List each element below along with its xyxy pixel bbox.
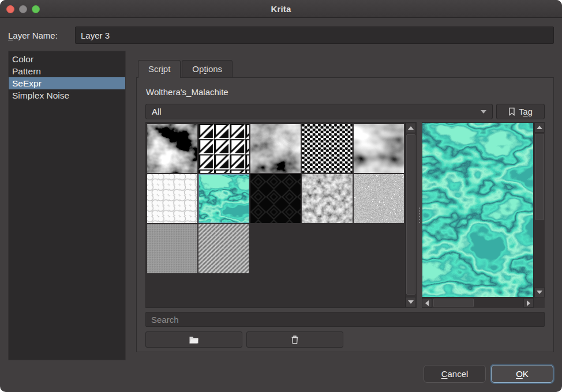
pattern-thumbnail[interactable] bbox=[198, 124, 249, 173]
arrow-left-icon bbox=[425, 300, 429, 306]
import-resource-button[interactable] bbox=[145, 331, 242, 348]
pattern-thumbnail[interactable] bbox=[250, 124, 301, 173]
pattern-preview-panel bbox=[422, 122, 545, 308]
pattern-thumbnail[interactable] bbox=[354, 124, 404, 173]
window-title: Krita bbox=[0, 4, 562, 14]
scrollbar-corner bbox=[534, 297, 545, 308]
arrow-down-icon bbox=[408, 300, 414, 304]
preview-vertical-scrollbar[interactable] bbox=[534, 122, 545, 297]
scroll-up-button[interactable] bbox=[534, 122, 545, 133]
scroll-thumb[interactable] bbox=[535, 134, 544, 220]
arrow-right-icon bbox=[527, 300, 530, 306]
tag-button-label: Tag bbox=[519, 107, 532, 116]
tab-script[interactable]: Script bbox=[138, 60, 181, 77]
krita-dialog-window: Krita Layer Name: Color Pattern SeExpr S… bbox=[0, 0, 562, 392]
pattern-preview-image bbox=[422, 122, 534, 297]
layer-name-label: Layer Name: bbox=[8, 31, 75, 40]
tag-filter-row: All Tag bbox=[145, 104, 545, 119]
pattern-grid-container bbox=[145, 122, 417, 308]
ok-button[interactable]: OK bbox=[491, 365, 553, 383]
zoom-window-button[interactable] bbox=[32, 5, 40, 13]
pattern-thumbnail[interactable] bbox=[147, 224, 197, 273]
titlebar: Krita bbox=[0, 0, 562, 18]
pattern-grid bbox=[146, 123, 405, 307]
generator-item-simplex-noise[interactable]: Simplex Noise bbox=[9, 89, 125, 101]
pattern-thumbnail-selected[interactable] bbox=[198, 174, 249, 223]
tag-button[interactable]: Tag bbox=[496, 104, 545, 119]
pattern-thumbnail[interactable] bbox=[250, 174, 301, 223]
scroll-down-button[interactable] bbox=[406, 297, 416, 307]
dialog-footer: Cancel OK bbox=[424, 365, 553, 383]
tag-filter-combobox[interactable]: All bbox=[145, 104, 493, 119]
preview-horizontal-scrollbar[interactable] bbox=[422, 297, 534, 308]
scroll-left-button[interactable] bbox=[422, 298, 432, 308]
scroll-up-button[interactable] bbox=[406, 123, 416, 133]
resource-name-label: Wolthera's_Malachite bbox=[146, 87, 545, 97]
seexpr-tabwidget: Script Options Wolthera's_Malachite All bbox=[136, 51, 554, 360]
tab-options[interactable]: Options bbox=[182, 60, 233, 77]
arrow-up-icon bbox=[408, 126, 414, 130]
generator-item-seexpr[interactable]: SeExpr bbox=[9, 77, 125, 89]
traffic-lights bbox=[6, 5, 40, 13]
pattern-chooser bbox=[145, 122, 545, 308]
pattern-thumbnail[interactable] bbox=[354, 174, 404, 223]
pattern-thumbnail[interactable] bbox=[198, 224, 249, 273]
scroll-track[interactable] bbox=[406, 134, 415, 296]
chevron-down-icon bbox=[481, 110, 486, 114]
scroll-thumb[interactable] bbox=[406, 134, 415, 295]
pattern-thumbnail[interactable] bbox=[302, 174, 352, 223]
folder-icon bbox=[189, 335, 199, 344]
generator-list: Color Pattern SeExpr Simplex Noise bbox=[8, 51, 126, 360]
layer-name-input[interactable] bbox=[75, 27, 554, 44]
tab-bar: Script Options bbox=[136, 60, 554, 77]
pattern-thumbnail[interactable] bbox=[147, 124, 197, 173]
pattern-thumbnail[interactable] bbox=[147, 174, 197, 223]
grid-vertical-scrollbar[interactable] bbox=[405, 123, 416, 307]
generator-item-color[interactable]: Color bbox=[9, 53, 125, 65]
layer-name-row: Layer Name: bbox=[8, 27, 554, 44]
close-window-button[interactable] bbox=[6, 5, 14, 13]
tag-filter-value: All bbox=[152, 107, 162, 116]
scroll-track[interactable] bbox=[433, 299, 523, 307]
scroll-right-button[interactable] bbox=[523, 298, 534, 308]
minimize-window-button[interactable] bbox=[19, 5, 27, 13]
arrow-up-icon bbox=[537, 126, 542, 129]
delete-resource-button[interactable] bbox=[246, 331, 343, 348]
search-input[interactable] bbox=[145, 312, 545, 327]
search-row bbox=[145, 312, 545, 327]
scroll-thumb[interactable] bbox=[433, 299, 474, 307]
splitter-handle[interactable] bbox=[417, 122, 422, 308]
bookmark-icon bbox=[508, 107, 515, 116]
resource-actions bbox=[145, 331, 545, 348]
scroll-down-button[interactable] bbox=[534, 287, 545, 297]
pattern-thumbnail[interactable] bbox=[302, 124, 352, 173]
scroll-track[interactable] bbox=[535, 133, 544, 287]
main-area: Color Pattern SeExpr Simplex Noise Scrip… bbox=[8, 51, 554, 360]
trash-icon bbox=[290, 335, 299, 345]
arrow-down-icon bbox=[537, 291, 542, 294]
generator-item-pattern[interactable]: Pattern bbox=[9, 65, 125, 77]
cancel-button[interactable]: Cancel bbox=[424, 365, 486, 383]
script-tab-panel: Wolthera's_Malachite All Tag bbox=[136, 77, 554, 352]
